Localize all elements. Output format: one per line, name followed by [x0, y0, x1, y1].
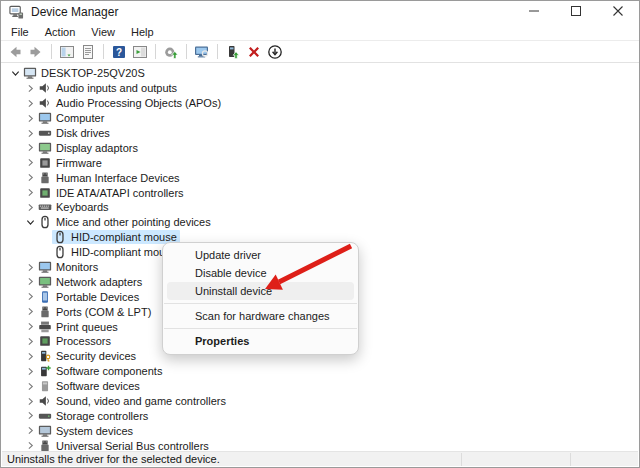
ports-icon — [38, 305, 52, 319]
menu-help[interactable]: Help — [123, 24, 162, 40]
chevron-right-icon[interactable] — [24, 320, 37, 333]
processor-icon — [38, 334, 52, 348]
chevron-right-icon[interactable] — [24, 171, 37, 184]
tree-node-desktop-25qv20s[interactable]: DESKTOP-25QV20S — [22, 66, 148, 80]
chevron-right-icon[interactable] — [24, 350, 37, 363]
tree-row: Display adaptors — [2, 140, 638, 155]
tree-node-security-devices[interactable]: Security devices — [37, 349, 139, 363]
chevron-right-icon[interactable] — [24, 186, 37, 199]
toolbar-separator — [155, 44, 156, 59]
chevron-right-icon[interactable] — [24, 82, 37, 95]
help-icon[interactable]: ? — [110, 43, 128, 61]
tree-node-firmware[interactable]: Firmware — [37, 156, 105, 170]
chevron-right-icon[interactable] — [24, 141, 37, 154]
tree-node-portable-devices[interactable]: Portable Devices — [37, 290, 142, 304]
chevron-right-icon[interactable] — [24, 365, 37, 378]
tree-node-label: Ports (COM & LPT) — [56, 306, 151, 318]
tree-node-display-adaptors[interactable]: Display adaptors — [37, 141, 141, 155]
tree-node-monitors[interactable]: Monitors — [37, 260, 101, 274]
chevron-right-icon[interactable] — [24, 409, 37, 422]
chevron-placeholder — [39, 231, 52, 244]
minimize-button[interactable] — [513, 1, 555, 23]
device-manager-icon — [9, 5, 24, 20]
tree-node-label: Universal Serial Bus controllers — [56, 440, 209, 451]
tree-node-computer[interactable]: Computer — [37, 111, 107, 125]
context-menu-item-properties[interactable]: Properties — [167, 332, 354, 351]
chevron-right-icon[interactable] — [24, 127, 37, 140]
tree-node-human-interface-devices[interactable]: Human Interface Devices — [37, 171, 183, 185]
tree-node-sound-video-and-game-controllers[interactable]: Sound, video and game controllers — [37, 394, 229, 408]
tree-node-network-adapters[interactable]: Network adapters — [37, 275, 145, 289]
chevron-right-icon[interactable] — [24, 290, 37, 303]
uninstall-device-icon[interactable] — [245, 43, 263, 61]
chevron-right-icon[interactable] — [24, 112, 37, 125]
tree-node-ide-ata-atapi-controllers[interactable]: IDE ATA/ATAPI controllers — [37, 186, 187, 200]
action-pane-icon[interactable] — [131, 43, 149, 61]
chevron-right-icon[interactable] — [24, 97, 37, 110]
tree-node-keyboards[interactable]: Keyboards — [37, 200, 112, 214]
tree-row: DESKTOP-25QV20S — [2, 66, 638, 81]
ide-icon — [38, 186, 52, 200]
computer-icon — [23, 66, 37, 80]
chevron-right-icon[interactable] — [24, 395, 37, 408]
disable-device-icon[interactable] — [266, 43, 284, 61]
chevron-right-icon[interactable] — [24, 261, 37, 274]
menu-view[interactable]: View — [83, 24, 123, 40]
tree-row: Audio Processing Objects (APOs) — [2, 96, 638, 111]
tree-node-software-devices[interactable]: Software devices — [37, 379, 143, 393]
chevron-right-icon[interactable] — [24, 275, 37, 288]
scan-hardware-icon[interactable] — [193, 43, 211, 61]
chevron-right-icon[interactable] — [24, 439, 37, 451]
forward-icon[interactable] — [27, 43, 45, 61]
chevron-right-icon[interactable] — [24, 305, 37, 318]
tree-row: Firmware — [2, 155, 638, 170]
tree-node-system-devices[interactable]: System devices — [37, 424, 136, 438]
chevron-right-icon[interactable] — [24, 201, 37, 214]
update-driver-icon[interactable] — [162, 43, 180, 61]
back-icon[interactable] — [6, 43, 24, 61]
properties-icon[interactable] — [79, 43, 97, 61]
tree-node-label: Storage controllers — [56, 410, 148, 422]
toolbar: ? — [1, 41, 639, 63]
context-menu-separator — [164, 303, 357, 304]
tree-node-label: Monitors — [56, 261, 98, 273]
chevron-right-icon[interactable] — [24, 424, 37, 437]
tree-node-hid-compliant-mouse[interactable]: HID-compliant mouse — [52, 230, 180, 244]
chevron-right-icon[interactable] — [24, 335, 37, 348]
tree-node-ports-com-lpt[interactable]: Ports (COM & LPT) — [37, 305, 154, 319]
chevron-right-icon[interactable] — [24, 380, 37, 393]
tree-node-processors[interactable]: Processors — [37, 334, 114, 348]
caption-buttons — [513, 1, 639, 23]
tree-node-universal-serial-bus-controllers[interactable]: Universal Serial Bus controllers — [37, 439, 212, 451]
tree-node-label: Audio inputs and outputs — [56, 82, 177, 94]
tree-node-audio-processing-objects-apos[interactable]: Audio Processing Objects (APOs) — [37, 96, 224, 110]
context-menu-item-update-driver[interactable]: Update driver — [167, 246, 354, 264]
console-tree-icon[interactable] — [58, 43, 76, 61]
tree-node-storage-controllers[interactable]: Storage controllers — [37, 409, 151, 423]
tree-node-mice-and-other-pointing-devices[interactable]: Mice and other pointing devices — [37, 215, 214, 229]
tree-row: Universal Serial Bus controllers — [2, 438, 638, 451]
context-menu-item-uninstall-device[interactable]: Uninstall device — [167, 282, 354, 300]
tree-node-hid-compliant-mouse[interactable]: HID-compliant mouse — [52, 245, 180, 259]
sound-icon — [38, 394, 52, 408]
menu-action[interactable]: Action — [37, 24, 84, 40]
tree-node-software-components[interactable]: Software components — [37, 364, 165, 378]
chevron-down-icon[interactable] — [9, 67, 22, 80]
close-button[interactable] — [597, 1, 639, 23]
tree-node-disk-drives[interactable]: Disk drives — [37, 126, 113, 140]
chevron-right-icon[interactable] — [24, 156, 37, 169]
context-menu-item-disable-device[interactable]: Disable device — [167, 264, 354, 282]
tree-row: Keyboards — [2, 200, 638, 215]
toolbar-separator — [103, 44, 104, 59]
chevron-down-icon[interactable] — [24, 216, 37, 229]
tree-row: Human Interface Devices — [2, 170, 638, 185]
tree-node-label: Print queues — [56, 321, 118, 333]
tree-node-print-queues[interactable]: Print queues — [37, 320, 121, 334]
context-menu-item-scan-for-hardware-changes[interactable]: Scan for hardware changes — [167, 307, 354, 325]
maximize-button[interactable] — [555, 1, 597, 23]
menu-file[interactable]: File — [3, 24, 37, 40]
add-driver-icon[interactable] — [224, 43, 242, 61]
tree-node-audio-inputs-and-outputs[interactable]: Audio inputs and outputs — [37, 81, 180, 95]
portable-icon — [38, 290, 52, 304]
monitor-blue-icon — [38, 260, 52, 274]
